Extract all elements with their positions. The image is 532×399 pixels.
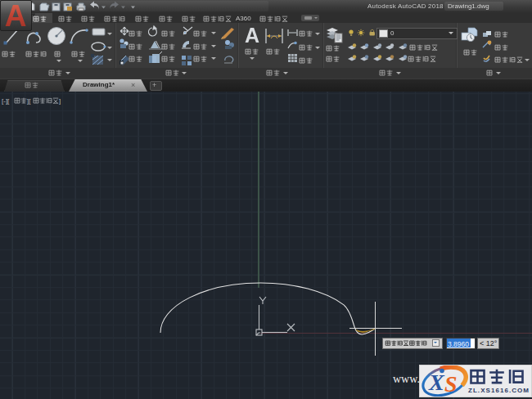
svg-text:X: X	[428, 370, 445, 395]
svg-text:S: S	[444, 371, 458, 397]
svg-text:A: A	[5, 1, 27, 29]
